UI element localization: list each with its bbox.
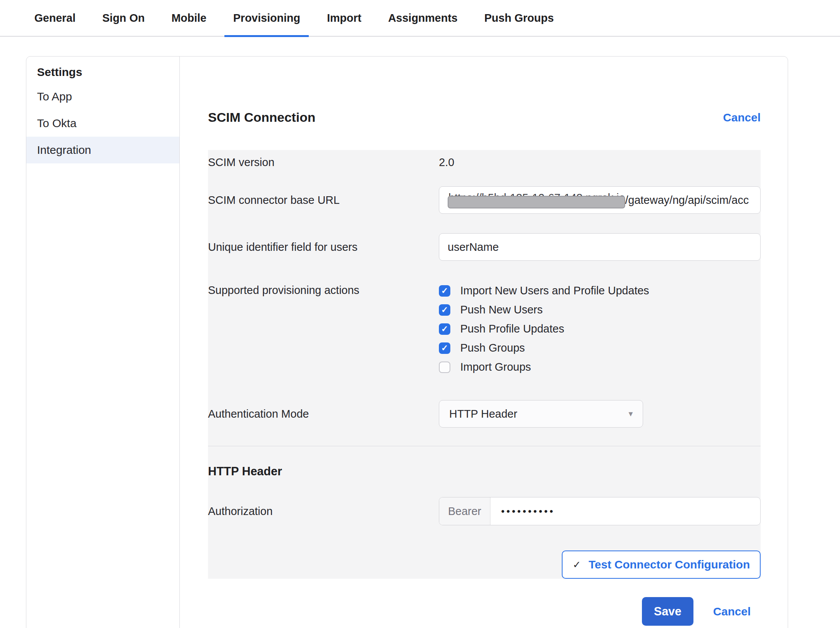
test-connector-button[interactable]: ✓ Test Connector Configuration — [562, 551, 761, 579]
test-connector-label: Test Connector Configuration — [588, 558, 750, 571]
check-row-push-profile-updates: ✓ Push Profile Updates — [439, 323, 761, 335]
app-tabbar: General Sign On Mobile Provisioning Impo… — [0, 0, 840, 37]
auth-mode-select[interactable]: HTTP Header ▾ — [439, 400, 643, 428]
checkbox-import-groups[interactable] — [439, 362, 450, 373]
tab-assignments[interactable]: Assignments — [388, 0, 458, 36]
redaction-sticker — [448, 196, 625, 208]
base-url-label: SCIM connector base URL — [208, 194, 439, 207]
test-connector-row: ✓ Test Connector Configuration — [208, 551, 761, 579]
authorization-row: Authorization Bearer •••••••••• — [208, 497, 761, 525]
page-title: SCIM Connection — [208, 110, 315, 125]
auth-mode-value: HTTP Header — [449, 408, 517, 420]
section-divider — [208, 446, 761, 446]
tab-push-groups[interactable]: Push Groups — [484, 0, 554, 36]
tab-general[interactable]: General — [34, 0, 76, 36]
http-header-section-heading: HTTP Header — [208, 464, 761, 479]
checkbox-push-profile-updates[interactable]: ✓ — [439, 323, 450, 335]
check-row-import-groups: Import Groups — [439, 361, 761, 373]
unique-identifier-row: Unique identifier field for users userNa… — [208, 233, 761, 261]
tab-provisioning[interactable]: Provisioning — [233, 0, 300, 36]
checkbox-push-groups[interactable]: ✓ — [439, 342, 450, 354]
auth-mode-label: Authentication Mode — [208, 408, 439, 420]
redacted-url-segment: https://b5bd-185-12-67-148.ngrok.io — [448, 191, 625, 209]
bearer-prefix: Bearer — [439, 497, 490, 525]
checkbox-push-new-users[interactable]: ✓ — [439, 304, 450, 316]
form-footer: Save Cancel — [208, 597, 761, 626]
tab-sign-on[interactable]: Sign On — [102, 0, 145, 36]
sidebar-item-to-okta[interactable]: To Okta — [26, 110, 179, 137]
check-icon: ✓ — [441, 306, 448, 314]
authorization-label: Authorization — [208, 505, 439, 518]
cancel-link-bottom[interactable]: Cancel — [713, 605, 751, 618]
tab-mobile[interactable]: Mobile — [171, 0, 206, 36]
base-url-row: SCIM connector base URL https://b5bd-185… — [208, 186, 761, 214]
scim-version-value: 2.0 — [439, 155, 761, 170]
tab-import[interactable]: Import — [327, 0, 361, 36]
checkbox-import-new-users[interactable]: ✓ — [439, 285, 450, 297]
unique-identifier-label: Unique identifier field for users — [208, 241, 439, 253]
unique-identifier-input[interactable]: userName — [439, 233, 761, 261]
check-row-push-groups: ✓ Push Groups — [439, 342, 761, 354]
check-icon: ✓ — [441, 325, 448, 333]
sidebar-item-integration[interactable]: Integration — [26, 137, 179, 163]
authorization-input-group: Bearer •••••••••• — [439, 497, 761, 525]
provisioning-actions-checklist: ✓ Import New Users and Profile Updates ✓… — [439, 284, 761, 373]
scim-version-label: SCIM version — [208, 155, 439, 170]
provisioning-settings-card: Settings To App To Okta Integration SCIM… — [26, 56, 788, 628]
check-icon: ✓ — [441, 287, 448, 295]
visible-url-tail: /gateway/ng/api/scim/acc — [625, 194, 749, 207]
authorization-token-input[interactable]: •••••••••• — [490, 497, 555, 525]
main-content: SCIM Connection Cancel SCIM version 2.0 … — [180, 57, 788, 628]
chevron-down-icon: ▾ — [629, 409, 633, 419]
scim-version-row: SCIM version 2.0 — [208, 150, 761, 170]
scim-base-url-input[interactable]: https://b5bd-185-12-67-148.ngrok.io /gat… — [439, 186, 761, 214]
provisioning-actions-row: Supported provisioning actions ✓ Import … — [208, 284, 761, 373]
auth-mode-row: Authentication Mode HTTP Header ▾ — [208, 400, 761, 428]
check-icon: ✓ — [441, 344, 448, 352]
settings-sidebar: Settings To App To Okta Integration — [26, 57, 180, 628]
provisioning-actions-label: Supported provisioning actions — [208, 284, 439, 296]
save-button[interactable]: Save — [642, 597, 693, 626]
cancel-link-top[interactable]: Cancel — [723, 111, 761, 124]
scim-form-panel: SCIM version 2.0 SCIM connector base URL… — [208, 150, 761, 579]
check-row-push-new-users: ✓ Push New Users — [439, 304, 761, 316]
check-row-import-new-users: ✓ Import New Users and Profile Updates — [439, 284, 761, 297]
main-header: SCIM Connection Cancel — [208, 110, 761, 125]
unique-identifier-value: userName — [448, 241, 499, 253]
sidebar-item-to-app[interactable]: To App — [26, 83, 179, 110]
sidebar-heading: Settings — [26, 57, 179, 83]
check-icon: ✓ — [572, 559, 581, 571]
